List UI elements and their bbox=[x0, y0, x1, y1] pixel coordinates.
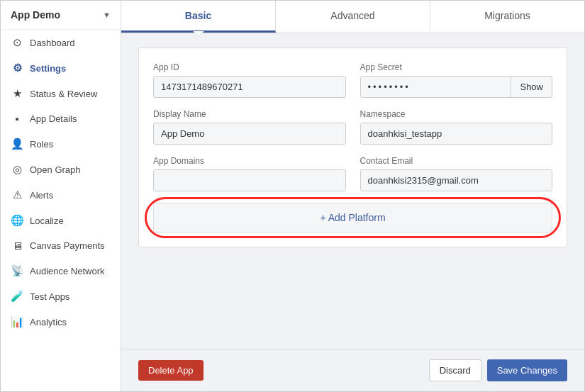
namespace-label: Namespace bbox=[360, 109, 553, 119]
sidebar-item-audience-network[interactable]: 📡 Audience Network bbox=[1, 258, 121, 284]
chevron-down-icon: ▼ bbox=[103, 11, 111, 19]
form-inner: App ID App Secret Show Display Name bbox=[138, 47, 567, 247]
tab-migrations[interactable]: Migrations bbox=[430, 1, 584, 33]
sidebar-item-label: Dashboard bbox=[30, 38, 75, 48]
tab-bar: Basic Advanced Migrations bbox=[121, 1, 584, 33]
sidebar-item-canvas-payments[interactable]: 🖥 Canvas Payments bbox=[1, 233, 121, 258]
contact-email-input[interactable] bbox=[360, 169, 553, 191]
globe-icon: 🌐 bbox=[11, 214, 23, 227]
sidebar-item-localize[interactable]: 🌐 Localize bbox=[1, 208, 121, 233]
analytics-icon: 📊 bbox=[11, 315, 23, 328]
sidebar-item-label: Alerts bbox=[30, 190, 53, 201]
app-secret-input-group: Show bbox=[360, 76, 553, 98]
contact-email-group: Contact Email bbox=[360, 156, 553, 191]
form-row-2: Display Name Namespace bbox=[153, 109, 552, 145]
tab-basic[interactable]: Basic bbox=[121, 1, 276, 33]
sidebar-item-label: App Details bbox=[30, 113, 77, 124]
canvas-icon: 🖥 bbox=[11, 240, 23, 252]
sidebar-item-dashboard[interactable]: ⊙ Dashboard bbox=[1, 30, 121, 55]
sidebar-item-label: Settings bbox=[30, 63, 66, 74]
form-actions: Delete App Discard Save Changes bbox=[121, 349, 584, 391]
sidebar-item-label: Open Graph bbox=[30, 164, 81, 175]
star-icon: ★ bbox=[11, 87, 23, 100]
namespace-group: Namespace bbox=[360, 109, 553, 145]
app-domains-input[interactable] bbox=[153, 169, 346, 191]
app-name: App Demo bbox=[11, 9, 60, 21]
alert-icon: ⚠ bbox=[11, 189, 23, 201]
display-name-input[interactable] bbox=[153, 123, 346, 145]
sidebar: App Demo ▼ ⊙ Dashboard ⚙ Settings ★ Stat… bbox=[1, 1, 121, 391]
sidebar-item-open-graph[interactable]: ◎ Open Graph bbox=[1, 157, 121, 182]
app-details-icon: ▪ bbox=[11, 113, 23, 125]
app-secret-group: App Secret Show bbox=[360, 62, 553, 98]
person-icon: 👤 bbox=[11, 138, 23, 150]
display-name-group: Display Name bbox=[153, 109, 346, 145]
sidebar-item-label: Analytics bbox=[30, 317, 67, 327]
right-actions: Discard Save Changes bbox=[429, 359, 567, 381]
form-row-3: App Domains Contact Email bbox=[153, 156, 552, 191]
namespace-input[interactable] bbox=[360, 123, 553, 145]
sidebar-item-test-apps[interactable]: 🧪 Test Apps bbox=[1, 284, 121, 309]
app-id-group: App ID bbox=[153, 62, 346, 98]
delete-app-button[interactable]: Delete App bbox=[138, 360, 204, 381]
network-icon: 📡 bbox=[11, 264, 23, 277]
dashboard-icon: ⊙ bbox=[11, 36, 23, 49]
settings-icon: ⚙ bbox=[11, 62, 23, 74]
sidebar-item-status-review[interactable]: ★ Status & Review bbox=[1, 81, 121, 106]
tab-advanced[interactable]: Advanced bbox=[276, 1, 430, 33]
sidebar-item-analytics[interactable]: 📊 Analytics bbox=[1, 309, 121, 335]
sidebar-item-roles[interactable]: 👤 Roles bbox=[1, 131, 121, 157]
app-id-input[interactable] bbox=[153, 76, 346, 98]
save-changes-button[interactable]: Save Changes bbox=[487, 359, 567, 381]
display-name-label: Display Name bbox=[153, 109, 346, 119]
add-platform-section: + Add Platform bbox=[153, 203, 552, 233]
sidebar-item-label: Localize bbox=[30, 215, 64, 226]
app-secret-label: App Secret bbox=[360, 62, 553, 72]
sidebar-item-alerts[interactable]: ⚠ Alerts bbox=[1, 182, 121, 208]
main-content: Basic Advanced Migrations App ID bbox=[121, 1, 584, 391]
sidebar-item-label: Canvas Payments bbox=[30, 240, 105, 251]
add-platform-button[interactable]: + Add Platform bbox=[153, 203, 552, 233]
form-row-1: App ID App Secret Show bbox=[153, 62, 552, 98]
app-secret-input[interactable] bbox=[360, 76, 512, 98]
app-domains-label: App Domains bbox=[153, 156, 346, 166]
app-id-label: App ID bbox=[153, 62, 346, 72]
sidebar-item-app-details[interactable]: ▪ App Details bbox=[1, 106, 121, 131]
sidebar-app-header[interactable]: App Demo ▼ bbox=[1, 1, 121, 30]
sidebar-item-settings[interactable]: ⚙ Settings bbox=[1, 55, 121, 81]
show-secret-button[interactable]: Show bbox=[511, 76, 552, 98]
discard-button[interactable]: Discard bbox=[429, 359, 481, 381]
contact-email-label: Contact Email bbox=[360, 156, 553, 166]
app-domains-group: App Domains bbox=[153, 156, 346, 191]
sidebar-item-label: Roles bbox=[30, 139, 53, 150]
sidebar-item-label: Test Apps bbox=[30, 291, 69, 302]
test-icon: 🧪 bbox=[11, 290, 23, 303]
sidebar-item-label: Status & Review bbox=[30, 89, 97, 99]
form-area: App ID App Secret Show Display Name bbox=[121, 33, 584, 349]
sidebar-item-label: Audience Network bbox=[30, 266, 105, 276]
graph-icon: ◎ bbox=[11, 163, 23, 176]
